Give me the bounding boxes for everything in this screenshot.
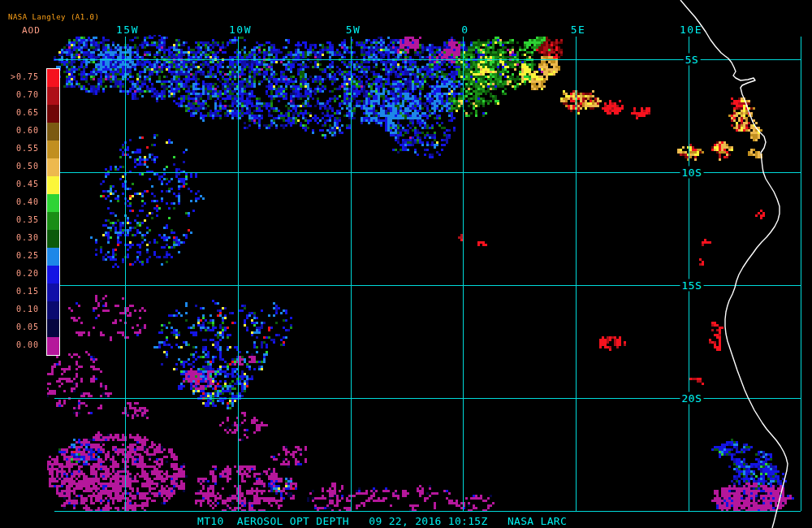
aerosol-map-window: NASA Langley (A1.0) AOD >0.750.700.650.6… bbox=[0, 0, 812, 528]
gridline-vertical bbox=[689, 37, 689, 511]
gridline-horizontal bbox=[54, 511, 801, 512]
legend-color-bar bbox=[46, 68, 60, 356]
legend-label: >0.75 bbox=[0, 68, 39, 86]
legend-label: 0.05 bbox=[0, 318, 39, 336]
footer-caption: MT10 AEROSOL OPT DEPTH 09 22, 2016 10:15… bbox=[197, 515, 567, 527]
legend-swatch bbox=[47, 266, 59, 283]
legend-swatch bbox=[47, 87, 59, 105]
legend-swatch bbox=[47, 105, 59, 123]
legend-swatch bbox=[47, 69, 59, 87]
legend-swatch bbox=[47, 123, 59, 141]
legend-swatch bbox=[47, 176, 59, 194]
latitude-label: 10S bbox=[680, 167, 704, 179]
legend-label: 0.70 bbox=[0, 86, 39, 104]
gridline-vertical bbox=[351, 37, 352, 511]
legend-swatch bbox=[47, 230, 59, 248]
legend-label: 0.60 bbox=[0, 122, 39, 140]
legend-swatch bbox=[47, 319, 59, 337]
legend-label: 0.20 bbox=[0, 265, 39, 283]
legend-label: 0.10 bbox=[0, 301, 39, 318]
legend-labels: >0.750.700.650.600.550.500.450.400.350.3… bbox=[0, 68, 39, 354]
gridline-vertical bbox=[463, 37, 464, 511]
legend-swatch bbox=[47, 337, 59, 355]
longitude-label: 15W bbox=[116, 24, 139, 36]
legend-label: 0.40 bbox=[0, 193, 39, 211]
longitude-label: 0 bbox=[461, 24, 469, 36]
legend-swatch bbox=[47, 283, 59, 301]
legend-label: 0.30 bbox=[0, 229, 39, 247]
latitude-label: 20S bbox=[680, 392, 704, 405]
aod-units-label: AOD bbox=[22, 25, 41, 36]
legend-swatch bbox=[47, 248, 59, 266]
legend-label: 0.45 bbox=[0, 175, 39, 193]
legend-swatch bbox=[47, 301, 59, 319]
longitude-label: 5E bbox=[571, 24, 586, 36]
longitude-label: 5W bbox=[346, 24, 361, 36]
latitude-label: 5S bbox=[684, 54, 701, 66]
legend-label: 0.25 bbox=[0, 247, 39, 265]
legend-label: 0.65 bbox=[0, 104, 39, 122]
legend-swatch bbox=[47, 141, 59, 158]
legend-label: 0.35 bbox=[0, 211, 39, 229]
legend-swatch bbox=[47, 158, 59, 176]
legend-label: 0.15 bbox=[0, 283, 39, 301]
gridline-vertical bbox=[801, 37, 801, 511]
gridline-vertical bbox=[125, 37, 126, 511]
gridline-vertical bbox=[576, 37, 577, 511]
longitude-label: 10E bbox=[680, 24, 702, 36]
page-title: NASA Langley (A1.0) bbox=[8, 13, 99, 21]
longitude-label: 10W bbox=[229, 24, 252, 36]
legend-label: 0.55 bbox=[0, 140, 39, 158]
legend-label: 0.50 bbox=[0, 158, 39, 175]
legend-swatch bbox=[47, 212, 59, 230]
legend-label: 0.00 bbox=[0, 336, 39, 354]
legend-swatch bbox=[47, 194, 59, 212]
aerosol-data-canvas bbox=[0, 0, 812, 528]
gridline-vertical bbox=[238, 37, 239, 511]
latitude-label: 15S bbox=[680, 279, 704, 292]
